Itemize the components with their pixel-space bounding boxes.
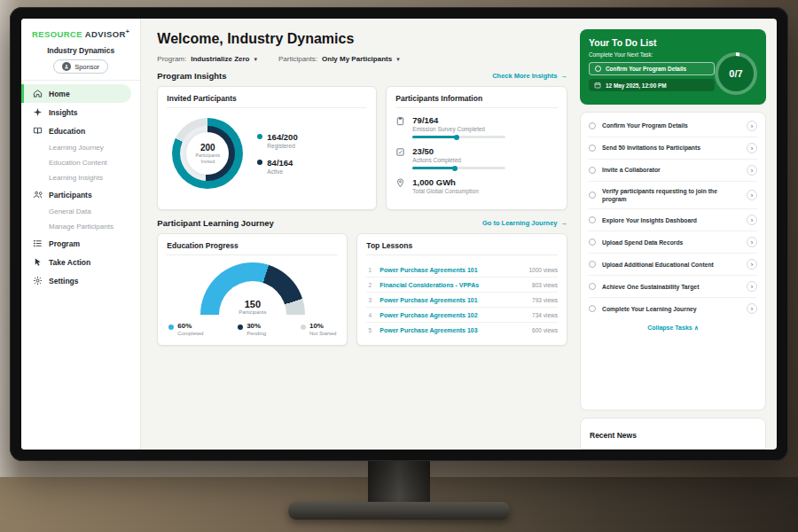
todo-progress-value: 0/7: [729, 68, 742, 79]
sidebar-item-home[interactable]: Home: [21, 84, 131, 103]
task-checkbox[interactable]: [589, 216, 596, 223]
sidebar-item-insights[interactable]: Insights: [21, 103, 140, 121]
task-checkbox[interactable]: [589, 239, 596, 246]
sidebar-item-learning-insights[interactable]: Learning Insights: [21, 170, 140, 185]
chevron-right-icon[interactable]: ›: [747, 215, 757, 225]
sidebar-item-take-action[interactable]: Take Action: [21, 253, 140, 271]
survey-progress-bar: [412, 136, 457, 138]
legend-dot: [257, 134, 262, 139]
app-logo: RESOURCE ADVISOR+: [21, 27, 140, 39]
sponsor-badge[interactable]: Sponsor: [53, 59, 108, 74]
todo-next-task[interactable]: Confirm Your Program Details: [589, 62, 715, 75]
map-pin-icon: [395, 178, 405, 188]
go-to-learning-journey-link[interactable]: Go to Learning Journey →: [482, 219, 567, 227]
right-panel: Your To Do List Complete Your Next Task:…: [578, 19, 777, 450]
program-dropdown[interactable]: Program: Industrialize Zero ▾: [157, 55, 257, 63]
task-checkbox[interactable]: [589, 283, 596, 290]
task-checkbox[interactable]: [589, 261, 596, 268]
monitor-stand-neck: [368, 454, 430, 509]
todo-task-list: Confirm Your Program Details › Send 50 I…: [580, 112, 766, 411]
learning-journey-title: Participant Learning Journey: [157, 218, 273, 228]
chevron-down-icon: ▾: [396, 56, 400, 63]
logo-text-secondary: ADVISOR: [85, 29, 126, 39]
participants-information-card: Participants Information 79/164 Emission…: [386, 86, 567, 210]
task-checkbox[interactable]: [589, 145, 596, 152]
cursor-icon: [33, 257, 43, 267]
gear-icon: [33, 276, 43, 286]
sidebar-item-program[interactable]: Program: [21, 234, 140, 253]
lesson-link[interactable]: Financial Considerations - VPPAs: [379, 282, 526, 288]
sidebar-item-education[interactable]: Education: [21, 121, 140, 140]
actions-progress-bar: [412, 167, 455, 169]
legend-dot: [301, 325, 306, 330]
chevron-right-icon[interactable]: ›: [747, 121, 757, 131]
lesson-row: 5 Power Purchase Agreements 103 600 view…: [366, 323, 558, 337]
program-insights-title: Program Insights: [157, 71, 226, 81]
sidebar-item-participants[interactable]: Participants: [21, 185, 140, 204]
task-row-upload-spend-data[interactable]: Upload Spend Data Records ›: [589, 231, 757, 254]
chevron-right-icon[interactable]: ›: [747, 237, 757, 247]
chevron-right-icon[interactable]: ›: [747, 303, 757, 314]
sidebar-item-education-content[interactable]: Education Content: [21, 155, 140, 170]
sponsor-label: Sponsor: [74, 63, 99, 71]
lesson-row: 2 Financial Considerations - VPPAs 803 v…: [366, 278, 558, 293]
lesson-link[interactable]: Power Purchase Agreements 101: [379, 297, 526, 303]
task-row-invite-collaborator[interactable]: Invite a Collaborator ›: [589, 160, 757, 182]
education-progress-card: Education Progress 150 Participants: [157, 233, 348, 346]
clipboard-icon: [395, 116, 405, 126]
list-icon: [33, 239, 43, 248]
people-icon: [33, 190, 43, 200]
legend-completed: 60% Completed: [168, 322, 203, 336]
legend-dot: [168, 325, 174, 330]
task-checkbox[interactable]: [589, 167, 596, 174]
task-row-complete-learning-journey[interactable]: Complete Your Learning Journey ›: [589, 298, 757, 319]
monitor-bezel: RESOURCE ADVISOR+ Industry Dynamics Spon…: [10, 7, 788, 461]
chevron-down-icon: ▾: [254, 56, 257, 63]
lesson-link[interactable]: Power Purchase Agreements 101: [379, 267, 522, 273]
invited-donut-chart: 200 Participants Invited: [172, 118, 243, 189]
invited-participants-card: Invited Participants 200 Participants In…: [157, 86, 377, 210]
sidebar-item-manage-participants[interactable]: Manage Participants: [21, 219, 140, 234]
recent-news-title: Recent News: [590, 431, 637, 440]
collapse-tasks-link[interactable]: Collapse Tasks ∧: [589, 319, 757, 335]
participants-dropdown[interactable]: Participants: Only My Participants ▾: [278, 55, 400, 63]
lesson-link[interactable]: Power Purchase Agreements 102: [379, 312, 526, 318]
todo-progress-ring: 0/7: [715, 52, 757, 95]
lesson-link[interactable]: Power Purchase Agreements 103: [379, 327, 526, 333]
chevron-right-icon[interactable]: ›: [747, 281, 757, 292]
task-checkbox[interactable]: [589, 192, 596, 199]
checklist-icon: [395, 147, 405, 157]
task-row-send-invitations[interactable]: Send 50 Invitations to Participants ›: [589, 137, 757, 160]
chevron-right-icon[interactable]: ›: [747, 143, 757, 153]
legend-registered: 164/200 Registered: [257, 132, 297, 149]
logo-plus: +: [126, 28, 130, 35]
chevron-right-icon[interactable]: ›: [747, 190, 757, 200]
chevron-right-icon[interactable]: ›: [747, 259, 757, 270]
sidebar-item-general-data[interactable]: General Data: [21, 204, 140, 219]
task-row-achieve-target[interactable]: Achieve One Sustainability Target ›: [589, 276, 757, 298]
task-row-upload-educational-content[interactable]: Upload Additional Educational Content ›: [589, 254, 757, 276]
checkbox-icon[interactable]: [595, 66, 601, 72]
divider: [21, 80, 140, 81]
sidebar-item-learning-journey[interactable]: Learning Journey: [21, 140, 140, 155]
check-more-insights-link[interactable]: Check More Insights →: [492, 72, 567, 80]
emission-survey-row: 79/164 Emission Survey Completed: [395, 115, 558, 138]
desk-background: RESOURCE ADVISOR+ Industry Dynamics Spon…: [0, 0, 798, 532]
lesson-row: 1 Power Purchase Agreements 101 1000 vie…: [366, 262, 558, 278]
task-row-confirm-program[interactable]: Confirm Your Program Details ›: [589, 115, 757, 137]
task-checkbox[interactable]: [589, 305, 596, 312]
education-gauge-chart: 150 Participants: [200, 262, 305, 315]
calendar-icon: [594, 82, 601, 89]
chevron-right-icon[interactable]: ›: [747, 165, 757, 176]
logo-text-primary: RESOURCE: [32, 29, 82, 39]
lesson-row: 3 Power Purchase Agreements 101 793 view…: [366, 293, 558, 308]
legend-active: 84/164 Active: [257, 158, 297, 175]
legend-dot: [238, 325, 243, 330]
dashboard-screen: RESOURCE ADVISOR+ Industry Dynamics Spon…: [21, 19, 777, 450]
task-checkbox[interactable]: [589, 122, 596, 129]
task-row-explore-insights[interactable]: Explore Your Insights Dashboard ›: [589, 209, 757, 231]
sidebar-item-settings[interactable]: Settings: [21, 271, 140, 290]
task-row-verify-participants[interactable]: Verify participants requesting to join t…: [589, 182, 757, 209]
recent-news-card: Recent News: [580, 418, 766, 450]
arrow-right-icon: →: [561, 219, 568, 227]
